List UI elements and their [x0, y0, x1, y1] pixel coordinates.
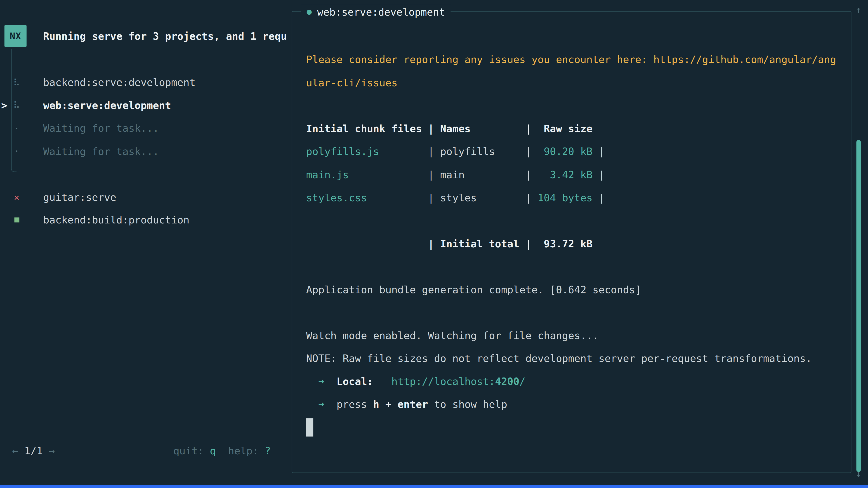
table-pipe: | — [592, 192, 604, 203]
panel-title-text: web:serve:development — [317, 6, 445, 18]
quit-label: quit: — [174, 445, 210, 456]
dot-icon: · — [12, 140, 21, 163]
scrollbar-thumb[interactable] — [857, 140, 861, 472]
bottom-bar — [0, 485, 868, 488]
task-label: web:serve:development — [43, 99, 171, 111]
selected-task-marker-icon: > — [1, 99, 7, 111]
help-hint-text: to show help — [428, 398, 507, 410]
arrow-icon: ➜ — [318, 398, 324, 410]
status-dot-icon: ● — [307, 6, 312, 17]
shortcut-hints: quit: q help: ? — [174, 439, 271, 462]
spacer — [324, 398, 337, 410]
initial-total-text: | Initial total | 93.72 kB — [306, 238, 592, 249]
sidebar-task-waiting-for-task[interactable]: ·Waiting for task... — [0, 140, 289, 163]
note-text: NOTE: Raw file sizes do not reflect deve… — [306, 353, 812, 364]
blank-line — [306, 255, 846, 278]
task-label: backend:serve:development — [43, 76, 195, 88]
sidebar-title: Running serve for 3 projects, and 1 requ — [43, 25, 289, 48]
terminal-cursor — [306, 418, 313, 436]
task-label: Waiting for task... — [43, 145, 159, 157]
issues-notice-line2: ular-cli/issues — [306, 71, 846, 94]
chunk-raw-size: 90.20 kB — [538, 146, 593, 157]
chunk-file-name: polyfills.js — [306, 146, 379, 157]
local-url[interactable]: / — [520, 376, 526, 387]
chunk-file-name: styles.css — [306, 192, 367, 203]
task-label: backend:build:production — [43, 215, 189, 226]
spacer — [324, 376, 337, 387]
terminal-output: Please consider reporting any issues you… — [306, 48, 846, 439]
bundle-complete-line: Application bundle generation complete. … — [306, 278, 846, 301]
square-icon-shape — [14, 218, 19, 223]
task-output-panel: ●web:serve:development Please consider r… — [292, 11, 851, 473]
chunk-name-cell: | styles | — [367, 192, 538, 203]
initial-total-row: | Initial total | 93.72 kB — [306, 232, 846, 255]
chunk-table-header: Initial chunk files | Names | Raw size — [306, 117, 846, 140]
cursor-line — [306, 416, 846, 439]
sidebar-task-guitar-serve[interactable]: ✕guitar:serve — [0, 186, 289, 209]
square-icon — [12, 208, 21, 232]
task-label: Waiting for task... — [43, 123, 159, 134]
blank-line — [306, 301, 846, 324]
help-key: ? — [265, 445, 271, 456]
watch-mode-text: Watch mode enabled. Watching for file ch… — [306, 330, 598, 341]
sidebar-task-backend-serve-development[interactable]: ⠧backend:serve:development — [0, 71, 289, 94]
chunk-row-main: main.js | main | 3.42 kB | — [306, 163, 846, 186]
pager-page: 1/1 — [18, 445, 49, 456]
panel-title: ●web:serve:development — [301, 4, 451, 19]
help-hint-text: press — [337, 398, 373, 410]
sidebar-task-web-serve-development[interactable]: >⠧web:serve:development — [0, 94, 289, 117]
chunk-table-header-text: Initial chunk files | Names | Raw size — [306, 123, 592, 134]
cross-icon: ✕ — [12, 186, 21, 209]
chunk-row-polyfills: polyfills.js | polyfills | 90.20 kB | — [306, 140, 846, 163]
chunk-row-styles: styles.css | styles | 104 bytes | — [306, 186, 846, 209]
watch-mode-line: Watch mode enabled. Watching for file ch… — [306, 324, 846, 347]
spinner-icon: ⠧ — [12, 71, 21, 94]
chunk-raw-size: 104 bytes — [538, 192, 593, 203]
sidebar-task-backend-build-production[interactable]: backend:build:production — [0, 208, 289, 232]
spinner-icon: ⠧ — [12, 94, 21, 117]
sidebar-task-waiting-for-task[interactable]: ·Waiting for task... — [0, 117, 289, 140]
chunk-file-name: main.js — [306, 169, 349, 180]
blank-line — [306, 209, 846, 232]
quit-key: q — [210, 445, 216, 456]
spacer — [306, 398, 318, 410]
pager: ← 1/1 → — [12, 439, 55, 462]
bundle-complete-text: Application bundle generation complete. … — [306, 284, 641, 295]
arrow-icon: ➜ — [318, 376, 324, 387]
local-url-line: ➜ Local: http://localhost:4200/ — [306, 370, 846, 393]
spacer — [373, 376, 392, 387]
local-label: Local: — [337, 376, 373, 387]
blank-line — [306, 94, 846, 117]
chunk-name-cell: | main | — [349, 169, 538, 180]
spacer — [306, 376, 318, 387]
pager-next-icon[interactable]: → — [49, 445, 55, 456]
issues-notice-text: ular-cli/issues — [306, 77, 397, 88]
help-hint-line: ➜ press h + enter to show help — [306, 393, 846, 416]
table-pipe: | — [592, 169, 604, 180]
issues-notice-text: Please consider reporting any issues you… — [306, 54, 836, 65]
local-url[interactable]: http://localhost: — [392, 376, 495, 387]
help-label: help: — [216, 445, 265, 456]
local-url-port[interactable]: 4200 — [495, 376, 520, 387]
task-label: guitar:serve — [43, 191, 116, 203]
scroll-up-icon[interactable]: ↑ — [854, 3, 864, 17]
nx-logo: NX — [4, 25, 27, 47]
dot-icon: · — [12, 117, 21, 140]
note-line: NOTE: Raw file sizes do not reflect deve… — [306, 347, 846, 370]
nx-tui-app: NX Running serve for 3 projects, and 1 r… — [0, 0, 868, 488]
chunk-name-cell: | polyfills | — [379, 146, 538, 157]
issues-notice-line1: Please consider reporting any issues you… — [306, 48, 846, 71]
pager-prev-icon[interactable]: ← — [12, 445, 18, 456]
help-hint-keys: h + enter — [373, 398, 428, 410]
chunk-raw-size: 3.42 kB — [538, 169, 593, 180]
table-pipe: | — [592, 146, 604, 157]
